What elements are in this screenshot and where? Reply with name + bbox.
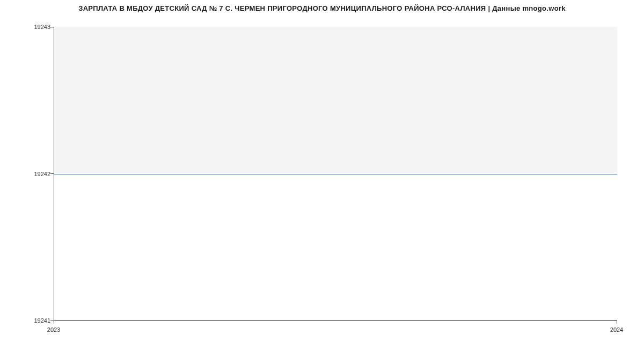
x-tick-label: 2024	[610, 326, 623, 333]
plot-area	[54, 27, 617, 321]
x-tick	[54, 321, 54, 324]
plot-lower-region	[54, 173, 617, 321]
y-tick-label: 19242	[34, 171, 50, 177]
chart-title: ЗАРПЛАТА В МБДОУ ДЕТСКИЙ САД № 7 С. ЧЕРМ…	[0, 4, 644, 12]
y-tick-label: 19243	[34, 24, 50, 30]
y-tick-label: 19241	[34, 317, 50, 324]
data-line	[54, 174, 617, 174]
x-tick	[617, 321, 617, 324]
y-tick	[50, 27, 54, 27]
y-tick	[50, 173, 54, 174]
x-tick-label: 2023	[47, 326, 60, 333]
